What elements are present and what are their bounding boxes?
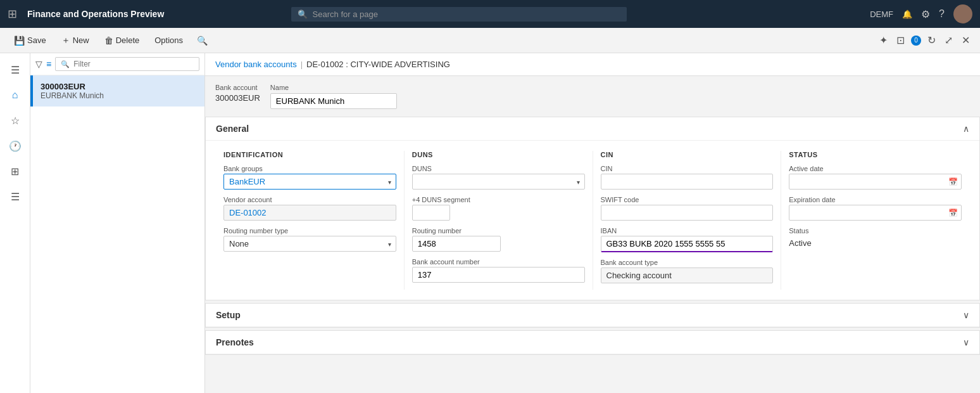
split-view-icon[interactable]: ⊡ bbox=[894, 32, 907, 49]
filter-input-wrap[interactable]: 🔍 bbox=[55, 57, 199, 71]
identification-col: IDENTIFICATION Bank groups BankEUR ▾ bbox=[216, 151, 405, 290]
prenotes-chevron-down-icon: ∨ bbox=[963, 337, 969, 347]
open-in-new-icon[interactable]: ⤢ bbox=[942, 32, 955, 49]
cin-label: CIN bbox=[601, 165, 774, 172]
bank-groups-select[interactable]: BankEUR bbox=[223, 174, 396, 190]
status-label: Status bbox=[789, 227, 962, 235]
expiration-date-wrap[interactable]: 📅 bbox=[789, 205, 962, 221]
list-item-title: 300003EUR bbox=[41, 82, 197, 91]
expiration-date-field: Expiration date 📅 bbox=[789, 196, 962, 221]
routing-number-input[interactable] bbox=[412, 236, 501, 252]
duns-field: DUNS ▾ bbox=[412, 165, 585, 190]
prenotes-section-title: Prenotes bbox=[216, 337, 254, 347]
global-search-bar[interactable]: 🔍 bbox=[291, 7, 627, 22]
plus4-duns-input[interactable] bbox=[412, 205, 450, 221]
vendor-account-link[interactable]: DE-01002 bbox=[223, 205, 396, 221]
search-icon: 🔍 bbox=[298, 10, 308, 19]
list-item[interactable]: 300003EUR EURBANK Munich bbox=[30, 75, 204, 106]
user-label: DEMF bbox=[870, 10, 893, 19]
help-icon[interactable]: ? bbox=[939, 8, 945, 20]
general-section-header[interactable]: General ∧ bbox=[206, 117, 979, 141]
iban-input[interactable] bbox=[601, 236, 774, 252]
main-layout: ☰ ⌂ ☆ 🕐 ⊞ ☰ ▽ ≡ 🔍 300003EUR EURBANK Muni… bbox=[0, 53, 980, 393]
active-date-wrap[interactable]: 📅 bbox=[789, 174, 962, 190]
status-field: Status Active bbox=[789, 227, 962, 250]
routing-number-type-select-wrap[interactable]: None ▾ bbox=[223, 236, 396, 252]
name-input[interactable] bbox=[270, 93, 397, 109]
top-form: Bank account 300003EUR Name bbox=[205, 76, 980, 109]
new-button[interactable]: ＋ New bbox=[55, 32, 96, 49]
status-title: STATUS bbox=[789, 151, 962, 158]
vendor-account-label: Vendor account bbox=[223, 196, 396, 203]
swift-code-input[interactable] bbox=[601, 205, 774, 221]
name-label: Name bbox=[270, 84, 397, 91]
bank-account-number-label: Bank account number bbox=[412, 258, 585, 266]
bank-account-number-input[interactable] bbox=[412, 267, 585, 283]
swift-code-label: SWIFT code bbox=[601, 196, 774, 203]
avatar[interactable] bbox=[953, 4, 972, 23]
grid-menu-icon[interactable]: ⊞ bbox=[8, 7, 17, 21]
prenotes-section-header[interactable]: Prenotes ∨ bbox=[206, 331, 979, 354]
sidebar-item-recent[interactable]: 🕐 bbox=[4, 134, 27, 157]
sidebar-item-workspaces[interactable]: ⊞ bbox=[4, 160, 27, 183]
toolbar-search-icon[interactable]: 🔍 bbox=[197, 35, 208, 46]
expiration-date-input[interactable] bbox=[789, 205, 962, 221]
notification-badge[interactable]: 0 bbox=[911, 35, 921, 46]
expiration-date-label: Expiration date bbox=[789, 196, 962, 203]
setup-section-header[interactable]: Setup ∨ bbox=[206, 304, 979, 327]
close-icon[interactable]: ✕ bbox=[959, 32, 972, 49]
duns-select-wrap[interactable]: ▾ bbox=[412, 174, 585, 190]
bank-groups-select-wrap[interactable]: BankEUR ▾ bbox=[223, 174, 396, 190]
general-section-body: IDENTIFICATION Bank groups BankEUR ▾ bbox=[206, 141, 979, 300]
duns-select[interactable] bbox=[412, 174, 585, 190]
iban-field: IBAN bbox=[601, 227, 774, 252]
routing-number-type-select[interactable]: None bbox=[223, 236, 396, 252]
breadcrumb-current: DE-01002 : CITY-WIDE ADVERTISING bbox=[306, 60, 450, 69]
setup-section: Setup ∨ bbox=[205, 303, 980, 328]
bank-groups-field: Bank groups BankEUR ▾ bbox=[223, 165, 396, 190]
sidebar-item-modules[interactable]: ☰ bbox=[4, 185, 27, 208]
cin-input[interactable] bbox=[601, 174, 774, 190]
bank-account-type-label: Bank account type bbox=[601, 259, 774, 266]
bank-groups-label: Bank groups bbox=[223, 165, 396, 172]
active-date-label: Active date bbox=[789, 165, 962, 172]
filter-icon[interactable]: ▽ bbox=[35, 59, 42, 69]
app-title: Finance and Operations Preview bbox=[27, 9, 164, 19]
content-panel: Vendor bank accounts | DE-01002 : CITY-W… bbox=[205, 53, 980, 393]
search-input[interactable] bbox=[313, 10, 620, 19]
settings-icon[interactable]: ⚙ bbox=[921, 8, 930, 20]
routing-number-label: Routing number bbox=[412, 227, 585, 235]
options-button[interactable]: Options bbox=[148, 33, 189, 48]
sidebar-item-home[interactable]: ⌂ bbox=[4, 84, 27, 106]
new-icon: ＋ bbox=[61, 35, 70, 46]
iban-label: IBAN bbox=[601, 227, 774, 235]
duns-row: ▾ bbox=[412, 174, 585, 190]
sidebar-item-hamburger[interactable]: ☰ bbox=[4, 58, 27, 81]
duns-label: DUNS bbox=[412, 165, 585, 172]
swift-code-field: SWIFT code bbox=[601, 196, 774, 221]
general-cols: IDENTIFICATION Bank groups BankEUR ▾ bbox=[216, 151, 969, 290]
toolbar-right-actions: ✦ ⊡ 0 ↻ ⤢ ✕ bbox=[877, 32, 972, 49]
name-field: Name bbox=[270, 84, 397, 109]
bank-account-number-field: Bank account number bbox=[412, 258, 585, 283]
personalize-icon[interactable]: ✦ bbox=[877, 32, 890, 49]
duns-col: DUNS DUNS ▾ bbox=[405, 151, 593, 290]
filter-input[interactable] bbox=[73, 60, 194, 68]
sidebar-item-favorites[interactable]: ☆ bbox=[4, 109, 27, 132]
filter-search-icon: 🔍 bbox=[61, 60, 70, 68]
active-date-field: Active date 📅 bbox=[789, 165, 962, 190]
notification-icon[interactable]: 🔔 bbox=[902, 10, 912, 19]
active-date-input[interactable] bbox=[789, 174, 962, 190]
list-panel: ▽ ≡ 🔍 300003EUR EURBANK Munich bbox=[30, 53, 205, 393]
bank-account-type-input bbox=[601, 267, 774, 283]
status-col: STATUS Active date 📅 Expiration date bbox=[781, 151, 969, 290]
list-view-icon[interactable]: ≡ bbox=[46, 59, 51, 69]
setup-section-title: Setup bbox=[216, 310, 241, 320]
save-button[interactable]: 💾 Save bbox=[8, 33, 53, 48]
general-section: General ∧ IDENTIFICATION Bank groups Ban… bbox=[205, 117, 980, 300]
breadcrumb-part1[interactable]: Vendor bank accounts bbox=[215, 60, 297, 69]
cin-title: CIN bbox=[601, 151, 774, 158]
delete-button[interactable]: 🗑 Delete bbox=[98, 33, 146, 48]
routing-number-type-label: Routing number type bbox=[223, 227, 396, 235]
refresh-icon[interactable]: ↻ bbox=[925, 32, 938, 49]
